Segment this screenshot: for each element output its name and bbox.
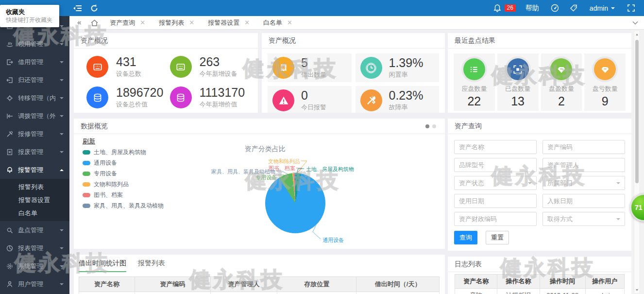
tab-bar: « 资产查询✕ 报警列表✕ 报警器设置✕ 白名单✕ — [69, 16, 644, 30]
legend-item[interactable]: 通用设备 — [83, 157, 164, 168]
table-row[interactable]: 吴兵 3楼机房 — [79, 292, 440, 294]
tab-alarm-settings[interactable]: 报警器设置✕ — [201, 16, 256, 30]
panel-log-list: 日志列表 资产名称 操作名称 操作时间 操作用户 音响 计提折旧 2019-11… — [448, 257, 631, 294]
panel-asset-overview-1: 资产概况 431设备总数 263今年新增设备 1896720设备总价值 1113… — [74, 33, 258, 113]
sidebar-item-xitong[interactable]: 系统管理 — [0, 257, 69, 275]
refresh-icon[interactable] — [86, 0, 102, 16]
brand-model-field[interactable] — [454, 158, 537, 172]
user-menu[interactable]: admin — [584, 4, 621, 12]
close-icon[interactable]: ✕ — [244, 19, 250, 26]
pie-label: 专用设备 — [255, 174, 277, 181]
sidebar-item-zhuanyi[interactable]: 转移管理（内… — [0, 89, 69, 107]
database-icon — [170, 86, 192, 108]
panel-title: 资产查询 — [448, 119, 631, 134]
collapse-tabs-icon[interactable]: « — [69, 18, 86, 27]
acquire-method-select[interactable]: 取得方式 — [542, 212, 625, 226]
asset-manager-field[interactable] — [542, 158, 625, 172]
carousel-dot[interactable] — [432, 124, 436, 128]
tab-alarm-list[interactable]: 报警列表✕ — [152, 16, 201, 30]
legend-item[interactable]: 文物和陈列品 — [83, 179, 164, 190]
sidebar-subitem-whitelist[interactable]: 白名单 — [0, 207, 69, 220]
gem-icon — [594, 58, 616, 80]
sidebar-item-baofei[interactable]: 报废管理 — [0, 143, 69, 161]
search-button[interactable]: 查询 — [454, 231, 477, 244]
tag-icon[interactable] — [565, 0, 582, 16]
content-scrollbar[interactable]: ▲ ▼ — [634, 31, 639, 293]
chevron-down-icon — [60, 43, 64, 47]
scrollbar-thumb[interactable] — [635, 40, 639, 183]
sidebar-item-diaobo[interactable]: 调拨管理（外… — [0, 107, 69, 125]
sidebar-item-yonghu[interactable]: 用户管理 — [0, 275, 69, 293]
device-icon — [170, 56, 192, 78]
sidebar-item-jieyong[interactable]: 借用管理 — [0, 53, 69, 71]
fullscreen-icon[interactable] — [623, 0, 639, 16]
stat-borrowed-count: 借 5借出数量 — [268, 53, 352, 82]
sidebar-item-baobiao[interactable]: 报表管理 — [0, 239, 69, 257]
magnifier-icon — [6, 226, 14, 234]
tab-borrow-time-chart[interactable]: 借出时间统计图 — [79, 259, 126, 272]
hand-icon — [6, 40, 14, 48]
sidebar-toggle-icon[interactable] — [69, 0, 86, 16]
scroll-up-arrow[interactable]: ▲ — [634, 33, 640, 36]
use-date-field[interactable] — [454, 194, 537, 208]
carousel-dots[interactable] — [425, 124, 436, 128]
sidebar-item-guihuan[interactable]: 归还管理 — [0, 71, 69, 89]
chevron-down-icon — [60, 79, 64, 83]
chevron-down-icon — [60, 229, 64, 233]
finance-code-field[interactable] — [454, 212, 537, 226]
stat-total-devices: 431设备总数 — [86, 55, 170, 78]
reset-button[interactable]: 重置 — [486, 231, 509, 244]
panel-title: 数据概览 — [74, 119, 445, 134]
log-table: 资产名称 操作名称 操作时间 操作用户 音响 计提折旧 2019-11-28 a… — [455, 274, 625, 294]
chevron-down-icon — [60, 265, 64, 269]
help-link[interactable]: 帮助 — [520, 4, 545, 13]
sidebar-item-lingyong[interactable]: 领用管理 — [0, 35, 69, 53]
chevron-down-icon — [60, 61, 64, 65]
gauge-icon[interactable] — [547, 0, 563, 16]
pie-label: 通用设备 — [322, 237, 344, 244]
chevron-down-icon — [528, 182, 532, 186]
close-icon[interactable]: ✕ — [140, 19, 145, 26]
tab-overflow-chevron-icon[interactable] — [632, 21, 644, 25]
legend-item[interactable]: 专用设备 — [83, 168, 164, 179]
scroll-down-arrow[interactable]: ▼ — [634, 288, 640, 292]
asset-name-field[interactable] — [454, 140, 537, 154]
sidebar-item-pandian[interactable]: 盘点管理 — [0, 221, 69, 239]
tab-whitelist[interactable]: 白名单✕ — [256, 16, 299, 30]
department-select[interactable]: 所属部门 — [542, 176, 625, 190]
table-header-row: 资产名称 操作名称 操作时间 操作用户 — [455, 275, 625, 289]
legend-item[interactable]: 家具、用具、装具及动植物 — [83, 200, 164, 211]
carousel-dot-active[interactable] — [425, 124, 429, 128]
legend-item[interactable]: 图书、档案 — [83, 190, 164, 200]
legend-item[interactable]: 土地、房屋及构筑物 — [83, 147, 164, 157]
tab-asset-query[interactable]: 资产查询✕ — [103, 16, 152, 30]
close-icon[interactable]: ✕ — [189, 19, 194, 26]
entry-date-field[interactable] — [542, 194, 625, 208]
chevron-down-icon — [60, 133, 64, 137]
chart-area: 刷新 土地、房屋及构筑物 通用设备 专用设备 文物和陈列品 图书、档案 家具、用… — [74, 134, 445, 249]
return-icon — [6, 76, 14, 84]
bell-icon[interactable] — [489, 0, 506, 16]
sidebar-subitem-alarm-list[interactable]: 报警列表 — [0, 180, 69, 193]
pie-label: 文物和陈列品 — [268, 158, 300, 165]
pie-chart[interactable] — [265, 173, 325, 233]
panel-data-overview: 数据概览 刷新 土地、房屋及构筑物 通用设备 专用设备 文物和陈列品 图书、档案… — [74, 119, 445, 249]
close-icon[interactable]: ✕ — [287, 19, 292, 26]
user-icon — [6, 280, 14, 288]
panel-title: 资产概况 — [262, 33, 445, 49]
stat-new-value: 1113170今年新增价值 — [170, 86, 254, 109]
tab-alarm-list-inner[interactable]: 报警列表 — [138, 259, 165, 272]
refresh-link[interactable]: 刷新 — [83, 137, 95, 146]
chevron-up-icon — [60, 167, 64, 171]
table-row[interactable]: 音响 计提折旧 2019-11-28 admin — [455, 289, 625, 294]
sidebar-item-baoxiu[interactable]: 报修管理 — [0, 125, 69, 143]
user-name: admin — [590, 4, 608, 12]
home-icon[interactable] — [86, 19, 103, 26]
chevron-down-icon — [616, 182, 620, 186]
sidebar-item-baojing[interactable]: 报警管理 — [0, 161, 69, 179]
asset-status-select[interactable]: 资产状态 — [454, 176, 537, 190]
sidebar-subitem-alarm-settings[interactable]: 报警器设置 — [0, 193, 69, 207]
inventory-card-expected: 应盘数量 22 — [454, 53, 495, 111]
asset-code-field[interactable] — [542, 140, 625, 154]
notification-badge[interactable]: 26 — [505, 4, 516, 12]
